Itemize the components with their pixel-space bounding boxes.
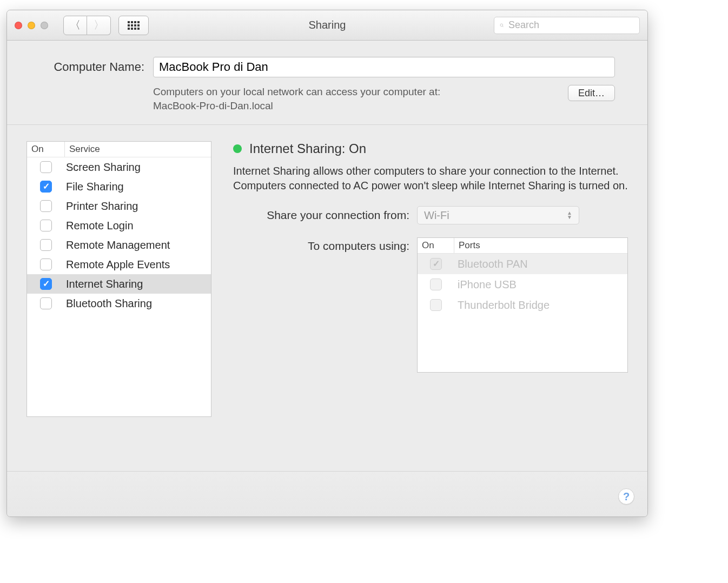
service-label: Printer Sharing	[65, 200, 138, 213]
services-header-on: On	[27, 142, 65, 157]
chevron-left-icon: 〈	[70, 18, 81, 32]
search-icon	[500, 21, 504, 30]
service-checkbox[interactable]	[40, 259, 52, 270]
port-label: Bluetooth PAN	[454, 258, 528, 270]
service-label: Remote Management	[65, 239, 170, 251]
search-input[interactable]	[508, 19, 634, 31]
service-label: Internet Sharing	[65, 278, 143, 290]
port-checkbox[interactable]	[430, 299, 442, 311]
service-checkbox[interactable]	[40, 220, 52, 231]
status-row: Internet Sharing: On	[233, 141, 628, 156]
service-checkbox[interactable]	[40, 297, 52, 309]
help-button[interactable]: ?	[618, 488, 634, 505]
window-title: Sharing	[309, 19, 346, 31]
service-checkbox[interactable]	[40, 161, 52, 173]
minimize-window-button[interactable]	[28, 22, 35, 29]
port-label: Thunderbolt Bridge	[454, 299, 550, 312]
port-row[interactable]: Thunderbolt Bridge	[418, 295, 627, 315]
search-field-container[interactable]	[494, 17, 640, 34]
ports-header-ports: Ports	[454, 238, 485, 253]
services-header-service: Service	[65, 142, 104, 157]
body: On Service Screen SharingFile SharingPri…	[7, 125, 647, 471]
service-checkbox[interactable]	[40, 278, 52, 290]
chevron-right-icon: 〉	[94, 18, 104, 32]
nav-buttons: 〈 〉	[63, 16, 111, 35]
port-row[interactable]: Bluetooth PAN	[418, 254, 627, 274]
computer-hostname-hint: Computers on your local network can acce…	[153, 85, 568, 112]
help-icon: ?	[623, 491, 630, 503]
service-row[interactable]: Bluetooth Sharing	[27, 294, 211, 313]
service-checkbox[interactable]	[40, 181, 52, 193]
service-row[interactable]: Remote Login	[27, 216, 211, 235]
dropdown-arrows-icon: ▲▼	[567, 211, 572, 220]
services-header: On Service	[27, 142, 211, 157]
service-row[interactable]: Screen Sharing	[27, 157, 211, 177]
status-text: Internet Sharing: On	[249, 141, 366, 156]
service-label: Screen Sharing	[65, 161, 141, 174]
service-label: Remote Apple Events	[65, 259, 170, 271]
svg-line-1	[502, 26, 504, 27]
hostname-hint-line1: Computers on your local network can acce…	[153, 86, 440, 97]
close-window-button[interactable]	[15, 22, 22, 29]
service-detail-panel: Internet Sharing: On Internet Sharing al…	[233, 141, 628, 471]
port-label: iPhone USB	[454, 279, 517, 291]
service-row[interactable]: Remote Management	[27, 235, 211, 255]
service-label: Remote Login	[65, 220, 134, 232]
window-controls	[15, 22, 48, 29]
back-button[interactable]: 〈	[63, 16, 87, 35]
port-checkbox[interactable]	[430, 258, 442, 270]
service-row[interactable]: Internet Sharing	[27, 274, 211, 294]
zoom-window-button[interactable]	[41, 22, 48, 29]
port-checkbox[interactable]	[430, 279, 442, 290]
show-all-button[interactable]	[118, 16, 149, 35]
to-computers-using-label: To computers using:	[233, 237, 417, 253]
port-row[interactable]: iPhone USB	[418, 274, 627, 295]
computer-name-label: Computer Name:	[39, 60, 153, 74]
footer: ?	[7, 471, 647, 516]
sharing-preferences-window: 〈 〉 Sharing Computer Name:	[6, 10, 648, 517]
share-from-selected: Wi-Fi	[424, 209, 449, 222]
grid-icon	[128, 21, 140, 30]
share-from-dropdown[interactable]: Wi-Fi ▲▼	[417, 206, 579, 224]
edit-hostname-button[interactable]: Edit…	[568, 85, 615, 101]
forward-button[interactable]: 〉	[87, 16, 111, 35]
service-checkbox[interactable]	[40, 239, 52, 251]
services-table: On Service Screen SharingFile SharingPri…	[27, 141, 211, 417]
titlebar: 〈 〉 Sharing	[7, 10, 647, 41]
service-description: Internet Sharing allows other computers …	[233, 164, 628, 193]
ports-header: On Ports	[418, 238, 627, 254]
computer-name-section: Computer Name: Computers on your local n…	[7, 41, 647, 125]
service-row[interactable]: Remote Apple Events	[27, 255, 211, 274]
service-label: Bluetooth Sharing	[65, 297, 152, 310]
share-from-label: Share your connection from:	[233, 209, 417, 222]
status-indicator-icon	[233, 144, 242, 153]
ports-table: On Ports Bluetooth PANiPhone USBThunderb…	[417, 237, 628, 373]
computer-name-input[interactable]	[153, 57, 615, 77]
ports-header-on: On	[418, 238, 454, 253]
service-row[interactable]: File Sharing	[27, 177, 211, 196]
svg-point-0	[500, 24, 503, 27]
service-label: File Sharing	[65, 181, 124, 193]
service-checkbox[interactable]	[40, 200, 52, 212]
hostname-hint-line2: MacBook-Pro-di-Dan.local	[153, 100, 273, 111]
service-row[interactable]: Printer Sharing	[27, 196, 211, 216]
